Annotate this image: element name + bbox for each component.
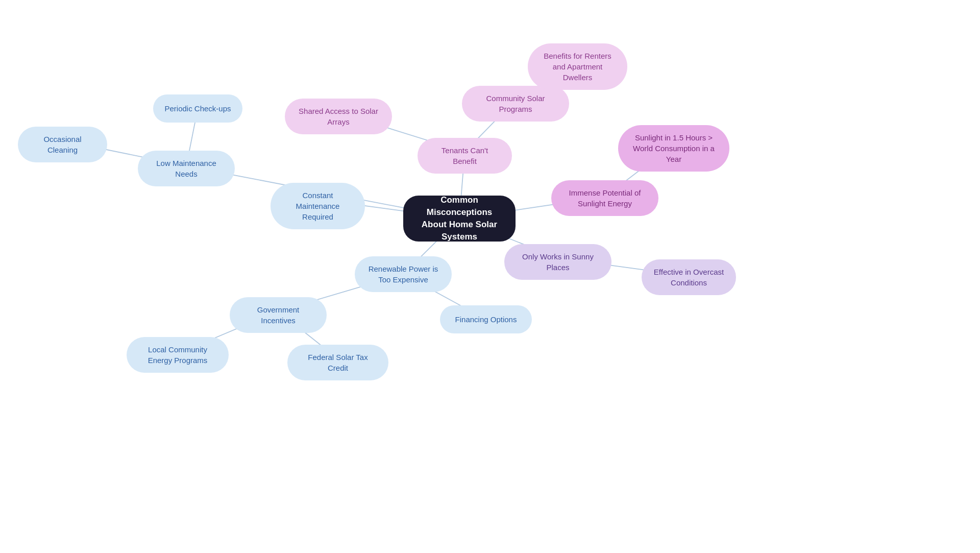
- node-periodic-checkups[interactable]: Periodic Check-ups: [153, 94, 242, 123]
- node-renewable-expensive[interactable]: Renewable Power is Too Expensive: [355, 256, 452, 292]
- node-tenants-cant[interactable]: Tenants Can't Benefit: [418, 138, 512, 174]
- node-federal-tax[interactable]: Federal Solar Tax Credit: [287, 345, 388, 380]
- node-low-maintenance[interactable]: Low Maintenance Needs: [138, 151, 235, 186]
- node-community-solar[interactable]: Community Solar Programs: [462, 86, 569, 122]
- node-occasional-cleaning[interactable]: Occasional Cleaning: [18, 127, 107, 162]
- node-shared-access[interactable]: Shared Access to Solar Arrays: [285, 99, 392, 134]
- center-node[interactable]: Common Misconceptions About Home Solar S…: [403, 196, 516, 242]
- mindmap-container: Common Misconceptions About Home Solar S…: [0, 0, 980, 553]
- node-constant-maintenance[interactable]: Constant Maintenance Required: [271, 183, 365, 229]
- node-only-sunny[interactable]: Only Works in Sunny Places: [504, 244, 611, 280]
- node-sunlight-hours[interactable]: Sunlight in 1.5 Hours > World Consumptio…: [618, 125, 729, 172]
- node-effective-overcast[interactable]: Effective in Overcast Conditions: [642, 259, 736, 295]
- node-government-incentives[interactable]: Government Incentives: [230, 297, 327, 333]
- node-local-community[interactable]: Local Community Energy Programs: [127, 337, 229, 373]
- connections-svg: [0, 0, 980, 553]
- node-immense-potential[interactable]: Immense Potential of Sunlight Energy: [551, 180, 658, 216]
- node-financing[interactable]: Financing Options: [440, 305, 532, 333]
- node-benefits-renters[interactable]: Benefits for Renters and Apartment Dwell…: [528, 43, 627, 90]
